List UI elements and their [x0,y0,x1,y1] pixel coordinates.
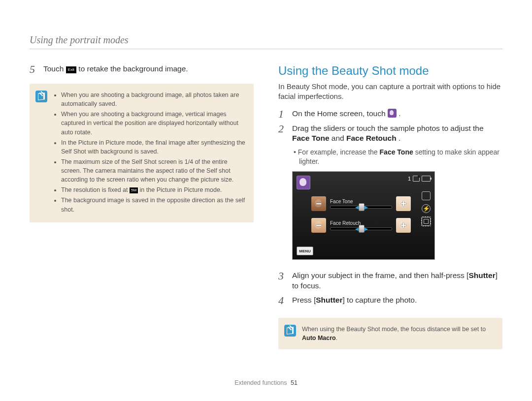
page-footer: Extended functions 51 [0,379,532,386]
face-tone-row: − Face Tone + [311,196,411,211]
text: Align your subject in the frame, and the… [292,271,468,279]
step-body: Press [Shutter] to capture the photo. [292,295,502,306]
camera-screenshot: 1 − Face Tone + [292,171,435,260]
slider-thumb-icon[interactable] [359,225,365,233]
resolution-icon[interactable] [422,191,431,200]
text-bold: Face Retouch [346,134,397,142]
text: in the Picture in Picture mode. [140,186,222,193]
face-retouch-row: − Face Retouch + [311,218,411,233]
note-item: The resolution is fixed at 5M in the Pic… [61,185,247,194]
note-icon [35,91,47,102]
sd-card-icon [413,176,420,182]
step-body: On the Home screen, touch . [292,109,502,119]
text-bold: Face Tone [292,134,330,142]
resolution-icon: 5M [130,187,138,193]
two-column-layout: 5 Touch Exit to retake the background im… [30,64,502,349]
face-retouch-slider[interactable] [330,227,392,230]
step-5: 5 Touch Exit to retake the background im… [30,64,254,75]
step-number: 4 [278,295,287,306]
beauty-mode-icon [388,109,397,118]
slider-thumb-icon[interactable] [359,203,365,211]
focus-area-icon[interactable] [422,217,431,226]
step-number: 1 [278,109,287,120]
note-icon [284,325,296,337]
step-3: 3 Align your subject in the frame, and t… [278,271,502,291]
exit-icon: Exit [66,66,76,73]
text: and [332,134,346,142]
face-tone-plus-thumb[interactable]: + [396,196,411,211]
text: ] to capture the photo. [342,296,417,304]
step-number: 3 [278,271,287,281]
note-item: When you are shooting a background image… [61,110,247,136]
page-header: Using the portrait modes [30,34,502,49]
note-text: When using the Beauty Shot mode, the foc… [302,325,496,342]
page-number: 51 [291,379,298,386]
step-4: 4 Press [Shutter] to capture the photo. [278,295,502,306]
intro-text: In Beauty Shot mode, you can capture a p… [278,82,502,102]
text: Touch [43,64,66,73]
menu-button[interactable]: MENU [297,247,313,255]
note-box: When using the Beauty Shot mode, the foc… [278,318,502,349]
text-bold: Shutter [316,296,342,304]
text: Press [ [292,296,316,304]
sub-bullet: For example, increase the Face Tone sett… [292,148,502,166]
right-icon-column [422,191,431,226]
note-list: When you are shooting a background image… [53,91,247,216]
face-tone-slider[interactable] [330,206,392,209]
beauty-mode-icon[interactable] [297,176,310,189]
face-tone-minus-thumb[interactable]: − [311,196,326,211]
step-body: Drag the sliders or touch the sample pho… [292,123,502,144]
text-bold: Auto Macro [302,335,336,341]
left-column: 5 Touch Exit to retake the background im… [30,64,254,349]
text: to retake the background image. [78,64,188,73]
slider-panel: − Face Tone + − Face Retouch [311,196,411,240]
step-1: 1 On the Home screen, touch . [278,109,502,120]
text: Drag the sliders or touch the sample pho… [292,124,484,132]
shots-remaining: 1 [408,176,411,182]
status-bar: 1 [408,176,431,182]
note-box: When you are shooting a background image… [30,84,254,222]
step-number: 2 [278,123,287,134]
face-retouch-plus-thumb[interactable]: + [396,218,411,233]
step-number: 5 [30,64,38,75]
note-item: In the Picture in Picture mode, the fina… [61,138,247,156]
section-title: Using the Beauty Shot mode [278,64,502,78]
text: For example, increase the [298,148,380,156]
flash-icon[interactable] [422,204,431,213]
footer-section: Extended functions [234,379,287,386]
text: . [399,109,400,118]
step-body: Touch Exit to retake the background imag… [43,64,254,74]
text: On the Home screen, touch [292,109,388,118]
text-bold: Face Tone [380,148,413,156]
step-body: Align your subject in the frame, and the… [292,271,502,291]
text-bold: Shutter [468,271,495,279]
battery-icon [422,176,431,182]
text: When using the Beauty Shot mode, the foc… [302,326,486,333]
note-item: The maximum size of the Self Shot screen… [61,157,247,184]
step-2: 2 Drag the sliders or touch the sample p… [278,123,502,144]
text: . [336,335,337,341]
text: The resolution is fixed at [61,186,130,193]
face-retouch-minus-thumb[interactable]: − [311,218,326,233]
note-item: When you are shooting a background image… [61,91,247,108]
note-item: The background image is saved in the opp… [61,196,247,214]
text: . [399,134,400,142]
right-column: Using the Beauty Shot mode In Beauty Sho… [278,64,502,349]
